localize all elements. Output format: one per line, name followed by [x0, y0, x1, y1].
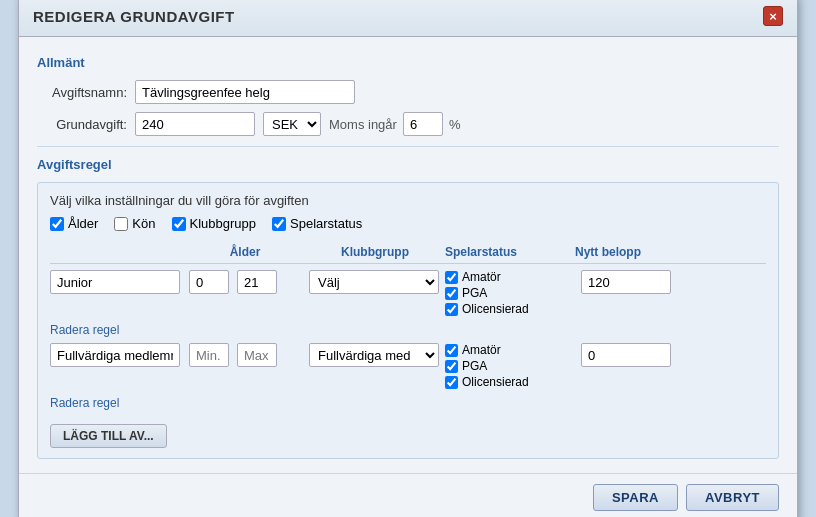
checkbox-spelarstatus[interactable]: Spelarstatus — [272, 216, 362, 231]
dialog-header: REDIGERA GRUNDAVGIFT × — [19, 0, 797, 37]
rule-1-age-max-input[interactable] — [237, 270, 277, 294]
filter-checkboxes-row: Ålder Kön Klubbgrupp Spelarstatus — [50, 216, 766, 231]
rule-1-name-col — [50, 270, 185, 294]
rule-1-amount-col — [575, 270, 685, 294]
rule-row-2: Fullvärdiga med Välj Amatör PGA Olicensi… — [50, 343, 766, 410]
dialog-body: Allmänt Avgiftsnamn: Grundavgift: SEK EU… — [19, 37, 797, 473]
rule-2-delete-link[interactable]: Radera regel — [50, 396, 119, 410]
rule-1-name-input[interactable] — [50, 270, 180, 294]
col-header-club: Klubbgrupp — [305, 245, 445, 259]
rule-1-status-amatör[interactable]: Amatör — [445, 270, 575, 284]
rule-2-club-col: Fullvärdiga med Välj — [305, 343, 445, 367]
fee-rule-section: Välj vilka inställningar du vill göra fö… — [37, 182, 779, 459]
rule-1-delete-link[interactable]: Radera regel — [50, 323, 119, 337]
rule-2-status-col: Amatör PGA Olicensierad — [445, 343, 575, 389]
base-fee-input[interactable] — [135, 112, 255, 136]
moms-label: Moms ingår — [329, 117, 397, 132]
moms-input[interactable] — [403, 112, 443, 136]
cancel-button[interactable]: AVBRYT — [686, 484, 779, 511]
rule-2-status-pga[interactable]: PGA — [445, 359, 575, 373]
rule-2-age-max-input[interactable] — [237, 343, 277, 367]
fee-name-label: Avgiftsnamn: — [37, 85, 127, 100]
checkbox-age[interactable]: Ålder — [50, 216, 98, 231]
rule-2-amount-col — [575, 343, 685, 367]
currency-select[interactable]: SEK EUR — [263, 112, 321, 136]
rule-2-name-input[interactable] — [50, 343, 180, 367]
checkbox-klubbgrupp[interactable]: Klubbgrupp — [172, 216, 257, 231]
table-header: Ålder Klubbgrupp Spelarstatus Nytt belop… — [50, 241, 766, 264]
base-fee-row: Grundavgift: SEK EUR Moms ingår % — [37, 112, 779, 136]
rule-1-status-pga[interactable]: PGA — [445, 286, 575, 300]
dialog-title: REDIGERA GRUNDAVGIFT — [33, 8, 235, 25]
add-rule-button[interactable]: LÄGG TILL AV... — [50, 424, 167, 448]
rule-1-status-olicensierad[interactable]: Olicensierad — [445, 302, 575, 316]
checkbox-kon[interactable]: Kön — [114, 216, 155, 231]
moms-row: Moms ingår % — [329, 112, 460, 136]
rule-2-status-olicensierad[interactable]: Olicensierad — [445, 375, 575, 389]
fee-rule-section-title: Avgiftsregel — [37, 157, 779, 172]
col-header-age: Ålder — [185, 245, 305, 259]
rule-2-status-amatör[interactable]: Amatör — [445, 343, 575, 357]
rule-1-club-select[interactable]: Välj Fullvärdiga med — [309, 270, 439, 294]
general-section-title: Allmänt — [37, 55, 779, 70]
save-button[interactable]: SPARA — [593, 484, 678, 511]
fee-rule-description: Välj vilka inställningar du vill göra fö… — [50, 193, 766, 208]
dialog-footer: SPARA AVBRYT — [19, 473, 797, 517]
rule-1-age-col — [185, 270, 305, 294]
col-header-amount: Nytt belopp — [575, 245, 685, 259]
rule-2-age-col — [185, 343, 305, 367]
close-button[interactable]: × — [763, 6, 783, 26]
dialog-redigera-grundavgift: REDIGERA GRUNDAVGIFT × Allmänt Avgiftsna… — [18, 0, 798, 517]
rule-1-age-min-input[interactable] — [189, 270, 229, 294]
rule-row-1: Välj Fullvärdiga med Amatör PGA Olicensi… — [50, 270, 766, 337]
rule-1-club-col: Välj Fullvärdiga med — [305, 270, 445, 294]
col-header-status: Spelarstatus — [445, 245, 575, 259]
rule-2-name-col — [50, 343, 185, 367]
rule-2-age-min-input[interactable] — [189, 343, 229, 367]
fee-name-row: Avgiftsnamn: — [37, 80, 779, 104]
base-fee-label: Grundavgift: — [37, 117, 127, 132]
rule-2-club-select[interactable]: Fullvärdiga med Välj — [309, 343, 439, 367]
moms-unit: % — [449, 117, 461, 132]
rule-2-amount-input[interactable] — [581, 343, 671, 367]
rule-1-status-col: Amatör PGA Olicensierad — [445, 270, 575, 316]
rule-1-amount-input[interactable] — [581, 270, 671, 294]
fee-name-input[interactable] — [135, 80, 355, 104]
